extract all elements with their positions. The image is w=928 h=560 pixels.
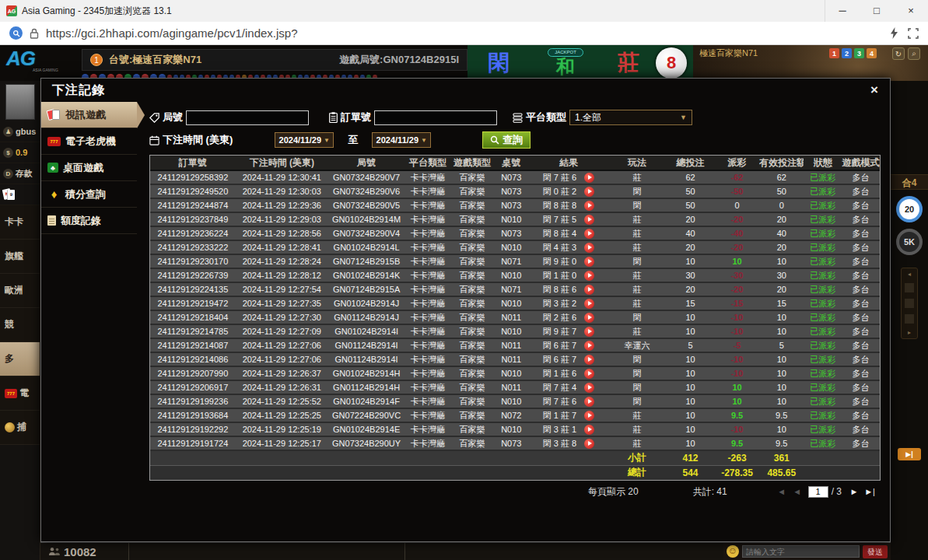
refresh-icon[interactable]: ↻ <box>892 47 905 60</box>
cell-bet: 10 <box>666 408 715 422</box>
url-text[interactable]: https://gci.2hhapi.com/agingame/pcv1/ind… <box>46 26 298 40</box>
play-video-icon[interactable] <box>584 187 594 197</box>
magnifier-icon[interactable]: ⌕ <box>908 47 920 60</box>
prev-page-button[interactable]: ◄ <box>790 487 805 496</box>
sidebar-item-電[interactable]: 777電 <box>0 376 40 411</box>
lightning-icon[interactable] <box>890 27 898 39</box>
sidebar-item-多[interactable]: 多 <box>0 342 40 376</box>
cell-mode: 多台 <box>842 338 880 352</box>
deposit-icon: D <box>3 169 13 179</box>
browser-shield-icon[interactable] <box>9 26 23 40</box>
play-video-icon[interactable] <box>584 341 594 351</box>
close-icon[interactable]: × <box>870 82 879 98</box>
column-header: 派彩 <box>715 156 759 170</box>
maximize-button[interactable]: □ <box>860 0 894 22</box>
play-video-icon[interactable] <box>584 215 594 225</box>
play-video-icon[interactable] <box>584 369 594 379</box>
play-video-icon[interactable] <box>584 355 594 365</box>
page-input[interactable] <box>808 486 828 498</box>
sidebar-item-gem[interactable]: ♦積分查詢 <box>41 181 137 208</box>
play-video-icon[interactable] <box>584 439 594 449</box>
online-count: 10082 <box>64 545 96 558</box>
next-page-button[interactable]: ► <box>846 487 862 496</box>
player-bet-zone[interactable]: 閑 <box>468 48 530 78</box>
video-tab[interactable]: 1 <box>829 48 839 58</box>
play-video-icon[interactable] <box>584 397 594 407</box>
sidebar-item-歐洲[interactable]: 歐洲 <box>0 274 40 308</box>
platform-select[interactable]: 1.全部 ▼ <box>569 110 692 125</box>
people-icon <box>48 547 61 556</box>
date-from-picker[interactable]: 2024/11/29▼ <box>275 132 334 148</box>
video-tab[interactable]: 3 <box>854 48 864 58</box>
order-filter-input[interactable] <box>374 110 497 125</box>
play-video-icon[interactable] <box>584 383 594 393</box>
cell-mode: 多台 <box>842 170 880 184</box>
send-button[interactable]: 發送 <box>863 545 888 558</box>
sum-bet: 544 <box>666 465 715 480</box>
emoji-icon[interactable]: ☺ <box>727 545 739 558</box>
sidebar-item-tg[interactable]: ♣桌面遊戲 <box>41 155 137 181</box>
play-video-icon[interactable] <box>584 173 594 183</box>
play-video-icon[interactable] <box>584 201 594 211</box>
balance-row: $ 0.9 <box>0 142 40 163</box>
play-video-icon[interactable] <box>584 411 594 421</box>
play-video-icon[interactable] <box>584 425 594 435</box>
sidebar-item-捕[interactable]: 捕 <box>0 411 40 445</box>
sidebar-item-競[interactable]: 競 <box>0 308 40 342</box>
chat-input[interactable] <box>742 545 860 558</box>
banker-bet-zone[interactable]: 莊 <box>601 48 656 78</box>
cell-tableNo: N073 <box>494 198 529 212</box>
sidebar-item-cards[interactable]: 視訊遊戲 <box>41 102 137 128</box>
play-video-icon[interactable] <box>584 285 594 295</box>
deposit-row[interactable]: D 存款 <box>0 163 40 184</box>
next-table-button[interactable]: ▶| <box>898 448 921 460</box>
sidebar-item-slot[interactable]: 777電子老虎機 <box>41 128 137 155</box>
search-button[interactable]: 查詢 <box>482 131 531 149</box>
cell-round: GN07324B290V6 <box>328 184 404 198</box>
sidebar-item-旗艦[interactable]: 旗艦 <box>0 240 40 274</box>
cell-playType: 莊 <box>608 422 666 436</box>
first-page-button[interactable]: ◄ <box>774 487 790 496</box>
play-video-icon[interactable] <box>584 229 594 239</box>
cell-payout: 9.5 <box>715 408 759 422</box>
close-window-button[interactable]: × <box>894 0 928 22</box>
cell-playType: 閑 <box>608 380 666 394</box>
avatar[interactable] <box>5 84 35 120</box>
cell-game: 百家樂 <box>450 310 493 324</box>
play-video-icon[interactable] <box>584 243 594 253</box>
chip-20[interactable]: 20 <box>896 196 923 222</box>
sidebar-item-卡卡[interactable]: 卡卡 <box>0 205 40 240</box>
cell-status: 已派彩 <box>804 296 842 310</box>
round-filter-input[interactable] <box>186 110 309 125</box>
cell-payout: -40 <box>715 226 759 240</box>
video-tab[interactable]: 4 <box>867 48 877 58</box>
video-tab[interactable]: 2 <box>842 48 852 58</box>
play-video-icon[interactable] <box>584 313 594 323</box>
date-to-picker[interactable]: 2024/11/29▼ <box>372 132 431 148</box>
chip-5K[interactable]: 5K <box>896 229 923 255</box>
cell-time: 2024-11-29 12:25:17 <box>236 436 328 450</box>
minimize-button[interactable]: ─ <box>825 0 860 22</box>
stack-icon <box>513 113 523 123</box>
play-video-icon[interactable] <box>584 327 594 337</box>
video-thumbnail[interactable]: 極速百家樂N71 1234 ↻ ⌕ <box>693 45 928 81</box>
lock-icon <box>30 28 39 39</box>
cell-result: 閑 1 莊 7 <box>529 408 608 422</box>
side-panel-tab[interactable]: ◂▸ <box>901 268 918 339</box>
play-video-icon[interactable] <box>584 299 594 309</box>
cell-status: 已派彩 <box>804 310 842 324</box>
scan-icon[interactable] <box>908 28 919 39</box>
sidebar-item-doc[interactable]: 額度記錄 <box>41 208 137 234</box>
last-page-button[interactable]: ►| <box>862 487 877 496</box>
cell-time: 2024-11-29 12:27:09 <box>236 324 328 338</box>
browser-favicon-icon: AG <box>6 5 17 16</box>
nav-item-label: 歐洲 <box>5 284 23 297</box>
page-of-label: / 3 <box>832 486 842 497</box>
tag-icon <box>149 113 159 123</box>
cards-row[interactable]: K9 <box>0 184 40 205</box>
play-video-icon[interactable] <box>584 271 594 281</box>
url-bar[interactable]: https://gci.2hhapi.com/agingame/pcv1/ind… <box>0 22 928 45</box>
cell-game: 百家樂 <box>450 282 493 296</box>
tie-bet-zone[interactable]: 和 <box>556 57 575 77</box>
play-video-icon[interactable] <box>584 257 594 267</box>
